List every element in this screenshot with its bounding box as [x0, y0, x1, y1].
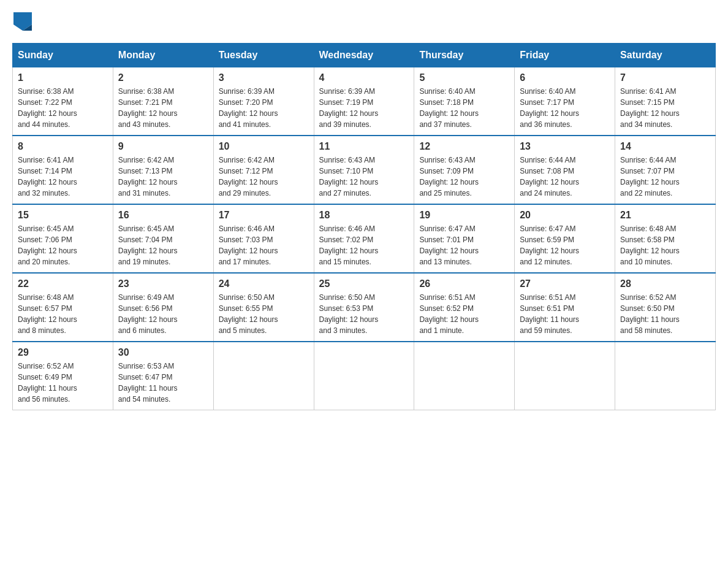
day-number: 19	[419, 210, 509, 221]
day-number: 4	[319, 72, 409, 83]
calendar-cell: 25Sunrise: 6:50 AMSunset: 6:53 PMDayligh…	[314, 273, 414, 342]
day-info: Sunrise: 6:41 AMSunset: 7:14 PMDaylight:…	[18, 155, 108, 199]
calendar-cell: 16Sunrise: 6:45 AMSunset: 7:04 PMDayligh…	[113, 204, 213, 273]
calendar-cell: 6Sunrise: 6:40 AMSunset: 7:17 PMDaylight…	[515, 67, 615, 136]
day-info: Sunrise: 6:44 AMSunset: 7:07 PMDaylight:…	[620, 155, 710, 199]
day-info: Sunrise: 6:41 AMSunset: 7:15 PMDaylight:…	[620, 86, 710, 130]
day-info: Sunrise: 6:50 AMSunset: 6:53 PMDaylight:…	[319, 292, 409, 336]
weekday-header-tuesday: Tuesday	[213, 44, 314, 67]
calendar-cell: 13Sunrise: 6:44 AMSunset: 7:08 PMDayligh…	[515, 136, 615, 204]
calendar-cell: 3Sunrise: 6:39 AMSunset: 7:20 PMDaylight…	[213, 67, 314, 136]
weekday-header-thursday: Thursday	[414, 44, 515, 67]
calendar-cell: 26Sunrise: 6:51 AMSunset: 6:52 PMDayligh…	[414, 273, 515, 342]
day-info: Sunrise: 6:48 AMSunset: 6:58 PMDaylight:…	[620, 223, 710, 267]
day-number: 10	[219, 141, 309, 152]
calendar-cell: 29Sunrise: 6:52 AMSunset: 6:49 PMDayligh…	[13, 342, 113, 410]
calendar-cell: 20Sunrise: 6:47 AMSunset: 6:59 PMDayligh…	[515, 204, 615, 273]
weekday-header-saturday: Saturday	[615, 44, 716, 67]
day-info: Sunrise: 6:51 AMSunset: 6:51 PMDaylight:…	[520, 292, 610, 336]
day-info: Sunrise: 6:42 AMSunset: 7:13 PMDaylight:…	[118, 155, 208, 199]
day-number: 26	[419, 278, 509, 289]
day-info: Sunrise: 6:45 AMSunset: 7:04 PMDaylight:…	[118, 223, 208, 267]
weekday-header-row: SundayMondayTuesdayWednesdayThursdayFrid…	[13, 44, 716, 67]
logo-icon	[13, 12, 32, 31]
calendar-cell: 5Sunrise: 6:40 AMSunset: 7:18 PMDaylight…	[414, 67, 515, 136]
day-number: 22	[18, 278, 108, 289]
day-info: Sunrise: 6:48 AMSunset: 6:57 PMDaylight:…	[18, 292, 108, 336]
calendar-cell: 19Sunrise: 6:47 AMSunset: 7:01 PMDayligh…	[414, 204, 515, 273]
day-number: 6	[520, 72, 610, 83]
day-number: 24	[219, 278, 309, 289]
calendar-cell: 30Sunrise: 6:53 AMSunset: 6:47 PMDayligh…	[113, 342, 213, 410]
day-number: 14	[620, 141, 710, 152]
day-number: 25	[319, 278, 409, 289]
calendar-week-2: 8Sunrise: 6:41 AMSunset: 7:14 PMDaylight…	[13, 136, 716, 204]
calendar-cell: 17Sunrise: 6:46 AMSunset: 7:03 PMDayligh…	[213, 204, 314, 273]
calendar-cell: 28Sunrise: 6:52 AMSunset: 6:50 PMDayligh…	[615, 273, 716, 342]
day-number: 30	[118, 347, 208, 358]
day-number: 23	[118, 278, 208, 289]
day-info: Sunrise: 6:40 AMSunset: 7:17 PMDaylight:…	[520, 86, 610, 130]
calendar-cell: 23Sunrise: 6:49 AMSunset: 6:56 PMDayligh…	[113, 273, 213, 342]
page-header	[12, 12, 716, 31]
weekday-header-sunday: Sunday	[13, 44, 113, 67]
day-info: Sunrise: 6:46 AMSunset: 7:03 PMDaylight:…	[219, 223, 309, 267]
calendar-week-4: 22Sunrise: 6:48 AMSunset: 6:57 PMDayligh…	[13, 273, 716, 342]
day-info: Sunrise: 6:53 AMSunset: 6:47 PMDaylight:…	[118, 361, 208, 405]
day-info: Sunrise: 6:38 AMSunset: 7:21 PMDaylight:…	[118, 86, 208, 130]
calendar-cell: 2Sunrise: 6:38 AMSunset: 7:21 PMDaylight…	[113, 67, 213, 136]
day-info: Sunrise: 6:47 AMSunset: 6:59 PMDaylight:…	[520, 223, 610, 267]
day-number: 16	[118, 210, 208, 221]
day-info: Sunrise: 6:52 AMSunset: 6:49 PMDaylight:…	[18, 361, 108, 405]
calendar-table: SundayMondayTuesdayWednesdayThursdayFrid…	[12, 43, 716, 410]
calendar-cell: 14Sunrise: 6:44 AMSunset: 7:07 PMDayligh…	[615, 136, 716, 204]
day-info: Sunrise: 6:39 AMSunset: 7:19 PMDaylight:…	[319, 86, 409, 130]
calendar-cell: 10Sunrise: 6:42 AMSunset: 7:12 PMDayligh…	[213, 136, 314, 204]
day-info: Sunrise: 6:44 AMSunset: 7:08 PMDaylight:…	[520, 155, 610, 199]
calendar-cell: 1Sunrise: 6:38 AMSunset: 7:22 PMDaylight…	[13, 67, 113, 136]
weekday-header-wednesday: Wednesday	[314, 44, 414, 67]
calendar-cell: 8Sunrise: 6:41 AMSunset: 7:14 PMDaylight…	[13, 136, 113, 204]
day-number: 28	[620, 278, 710, 289]
logo	[12, 12, 32, 31]
calendar-cell: 15Sunrise: 6:45 AMSunset: 7:06 PMDayligh…	[13, 204, 113, 273]
day-info: Sunrise: 6:50 AMSunset: 6:55 PMDaylight:…	[219, 292, 309, 336]
day-number: 20	[520, 210, 610, 221]
day-number: 13	[520, 141, 610, 152]
calendar-cell: 27Sunrise: 6:51 AMSunset: 6:51 PMDayligh…	[515, 273, 615, 342]
calendar-cell: 11Sunrise: 6:43 AMSunset: 7:10 PMDayligh…	[314, 136, 414, 204]
calendar-week-1: 1Sunrise: 6:38 AMSunset: 7:22 PMDaylight…	[13, 67, 716, 136]
day-number: 3	[219, 72, 309, 83]
calendar-week-3: 15Sunrise: 6:45 AMSunset: 7:06 PMDayligh…	[13, 204, 716, 273]
calendar-cell: 7Sunrise: 6:41 AMSunset: 7:15 PMDaylight…	[615, 67, 716, 136]
day-number: 29	[18, 347, 108, 358]
calendar-cell	[615, 342, 716, 410]
day-number: 9	[118, 141, 208, 152]
calendar-cell	[314, 342, 414, 410]
calendar-week-5: 29Sunrise: 6:52 AMSunset: 6:49 PMDayligh…	[13, 342, 716, 410]
day-info: Sunrise: 6:42 AMSunset: 7:12 PMDaylight:…	[219, 155, 309, 199]
weekday-header-friday: Friday	[515, 44, 615, 67]
day-number: 11	[319, 141, 409, 152]
calendar-cell	[515, 342, 615, 410]
day-info: Sunrise: 6:47 AMSunset: 7:01 PMDaylight:…	[419, 223, 509, 267]
day-number: 12	[419, 141, 509, 152]
calendar-cell: 21Sunrise: 6:48 AMSunset: 6:58 PMDayligh…	[615, 204, 716, 273]
calendar-cell: 18Sunrise: 6:46 AMSunset: 7:02 PMDayligh…	[314, 204, 414, 273]
day-info: Sunrise: 6:51 AMSunset: 6:52 PMDaylight:…	[419, 292, 509, 336]
day-number: 8	[18, 141, 108, 152]
day-number: 2	[118, 72, 208, 83]
day-number: 21	[620, 210, 710, 221]
weekday-header-monday: Monday	[113, 44, 213, 67]
day-number: 18	[319, 210, 409, 221]
calendar-cell: 4Sunrise: 6:39 AMSunset: 7:19 PMDaylight…	[314, 67, 414, 136]
day-number: 1	[18, 72, 108, 83]
day-info: Sunrise: 6:52 AMSunset: 6:50 PMDaylight:…	[620, 292, 710, 336]
day-number: 17	[219, 210, 309, 221]
calendar-cell: 9Sunrise: 6:42 AMSunset: 7:13 PMDaylight…	[113, 136, 213, 204]
calendar-cell	[414, 342, 515, 410]
calendar-cell: 24Sunrise: 6:50 AMSunset: 6:55 PMDayligh…	[213, 273, 314, 342]
day-info: Sunrise: 6:46 AMSunset: 7:02 PMDaylight:…	[319, 223, 409, 267]
calendar-cell	[213, 342, 314, 410]
day-info: Sunrise: 6:49 AMSunset: 6:56 PMDaylight:…	[118, 292, 208, 336]
